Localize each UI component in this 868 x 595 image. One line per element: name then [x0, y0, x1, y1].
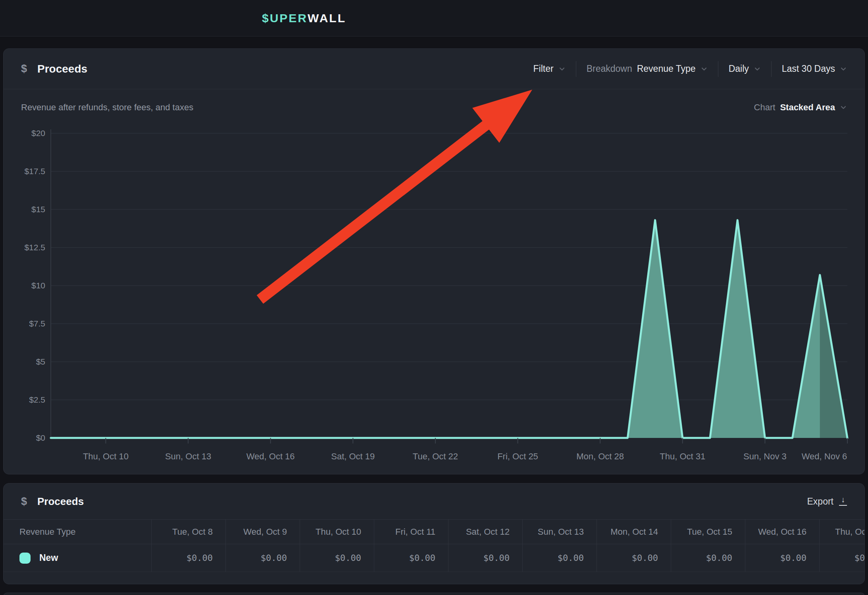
proceeds-table: Revenue TypeTue, Oct 8Wed, Oct 9Thu, Oct…	[4, 519, 865, 572]
series-name: New	[39, 553, 58, 563]
column-header: Thu, Oct 17	[819, 519, 865, 544]
area-series-fill	[51, 220, 847, 438]
x-axis-label: Wed, Oct 16	[246, 451, 295, 461]
column-header: Tue, Oct 8	[151, 519, 225, 544]
dollar-icon: $	[21, 495, 27, 508]
y-axis-label: $0	[36, 433, 45, 442]
column-header: Sun, Oct 13	[522, 519, 597, 544]
y-axis-label: $2.5	[29, 395, 45, 404]
table-panel-title-group: $ Proceeds	[21, 495, 84, 508]
y-axis-label: $20	[31, 129, 45, 138]
value-cell: $0.00	[151, 544, 225, 572]
column-header: Wed, Oct 16	[745, 519, 819, 544]
column-header: Wed, Oct 9	[225, 519, 300, 544]
x-axis-label: Wed, Nov 6	[802, 451, 847, 461]
column-header: Revenue Type	[4, 519, 151, 544]
table-data-row: New$0.00$0.00$0.00$0.00$0.00$0.00$0.00$0…	[4, 544, 865, 572]
stacked-area-chart[interactable]: $0$2.5$5$7.5$10$12.5$15$17.5$20Thu, Oct …	[4, 49, 865, 475]
x-axis-label: Sun, Nov 3	[743, 451, 787, 461]
next-panel-top-edge	[3, 593, 865, 595]
column-header: Thu, Oct 10	[300, 519, 374, 544]
superwall-logo[interactable]: $UPERWALL	[262, 0, 346, 36]
table-panel-header: $ Proceeds Export ↓	[4, 484, 864, 519]
x-axis-label: Thu, Oct 31	[660, 451, 705, 461]
value-cell: $0.00	[300, 544, 374, 572]
value-cell: $0.00	[597, 544, 671, 572]
table-panel-title: Proceeds	[37, 495, 84, 508]
x-axis-label: Sat, Oct 19	[331, 451, 375, 461]
y-axis-label: $15	[31, 205, 45, 214]
x-axis-label: Fri, Oct 25	[497, 451, 538, 461]
proceeds-table-panel: $ Proceeds Export ↓ Revenue TypeTue, Oct…	[3, 483, 865, 584]
series-name-cell: New	[4, 544, 151, 572]
y-axis-label: $17.5	[24, 167, 45, 176]
value-cell: $0.00	[374, 544, 448, 572]
column-header: Mon, Oct 14	[597, 519, 671, 544]
x-axis-label: Mon, Oct 28	[576, 451, 624, 461]
table-header-row: Revenue TypeTue, Oct 8Wed, Oct 9Thu, Oct…	[4, 519, 865, 544]
y-axis-label: $5	[36, 357, 45, 366]
column-header: Tue, Oct 15	[671, 519, 745, 544]
y-axis-label: $10	[31, 281, 45, 290]
logo-text: WALL	[308, 12, 346, 25]
logo-text-accent: $UPER	[262, 12, 308, 25]
value-cell: $0.00	[448, 544, 522, 572]
series-swatch	[19, 553, 31, 564]
value-cell: $0.00	[522, 544, 597, 572]
download-icon: ↓	[839, 497, 847, 506]
export-button[interactable]: Export ↓	[807, 496, 847, 507]
column-header: Sat, Oct 12	[448, 519, 522, 544]
partial-period-shading	[820, 125, 847, 438]
value-cell: $0.00	[225, 544, 300, 572]
export-label: Export	[807, 496, 833, 507]
x-axis-label: Thu, Oct 10	[83, 451, 129, 461]
column-header: Fri, Oct 11	[374, 519, 448, 544]
value-cell: $0.00	[745, 544, 819, 572]
top-navigation-bar: $UPERWALL	[0, 0, 868, 36]
y-axis-label: $7.5	[29, 319, 45, 328]
y-axis-label: $12.5	[24, 243, 45, 252]
x-axis-label: Tue, Oct 22	[413, 451, 458, 461]
value-cell: $0.00	[671, 544, 745, 572]
value-cell: $0.00	[819, 544, 865, 572]
proceeds-chart-panel: $ Proceeds Filter Breakdown Revenue Type…	[3, 48, 865, 474]
x-axis-label: Sun, Oct 13	[165, 451, 211, 461]
